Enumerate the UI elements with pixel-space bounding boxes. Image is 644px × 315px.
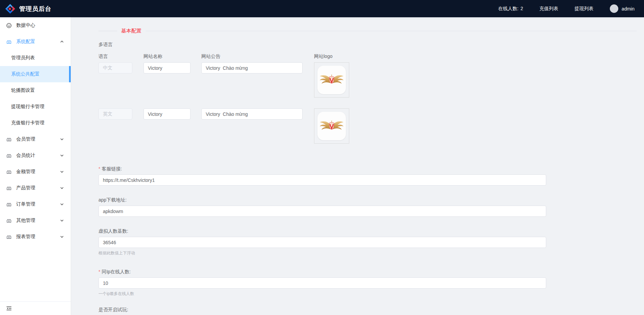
section-title: 基本配置 [121,28,141,34]
chevron-down-icon [60,218,64,223]
chevron-down-icon [60,202,64,206]
sidebar-item-label: 其他管理 [16,217,35,224]
sidebar-item-member-mgmt[interactable]: 会员管理 [0,131,71,147]
smiley-dashboard-icon [6,23,12,28]
multilang-group-label: 多语言 [98,42,644,48]
section-divider: 基本配置 [98,28,637,34]
sidebar-menu: 数据中心 系统配置 管理员列表 系统公共配置 轮播图设置 提现银行卡管理 [0,17,71,301]
language-input-zh [98,62,132,74]
sidebar-item-label: 金额管理 [16,169,35,175]
sidebar-item-system-config[interactable]: 系统配置 [0,34,71,50]
subitem-label: 充值银行卡管理 [11,120,44,126]
subitem-label: 轮播图设置 [11,87,35,93]
app-download-input[interactable] [98,206,546,217]
sidebar-subitem-carousel[interactable]: 轮播图设置 [0,82,71,99]
trial-play-section: 是否开启试玩: 开启 关闭 [98,307,644,315]
brand: 管理员后台 [5,4,51,14]
sidebar-item-label: 报表管理 [16,234,35,240]
subitem-label: 管理员列表 [11,55,35,61]
top-header: 管理员后台 在线人数: 2 充值列表 提现列表 admin [0,0,644,17]
same-ip-input[interactable] [98,277,546,289]
service-link-input[interactable] [98,174,546,186]
chevron-down-icon [60,170,64,174]
language-input-en [98,108,132,120]
field-label: 虚拟人数基数: [98,228,128,234]
user-menu[interactable]: admin [610,4,635,13]
subitem-label: 提现银行卡管理 [11,104,44,110]
field-service-link: *客服链接: [98,166,644,186]
sidebar: 数据中心 系统配置 管理员列表 系统公共配置 轮播图设置 提现银行卡管理 [0,17,71,315]
sidebar-subitem-admin-list[interactable]: 管理员列表 [0,50,71,66]
site-logo-upload-zh[interactable]: victory [314,62,349,98]
chevron-up-icon [60,40,64,44]
sidebar-item-label: 会员统计 [16,152,35,159]
sidebar-subitem-recharge-bank[interactable]: 充值银行卡管理 [0,115,71,131]
field-app-download: app下载地址: [98,197,644,217]
crown-icon [6,136,12,142]
app-title: 管理员后台 [19,5,51,13]
sidebar-item-member-stats[interactable]: 会员统计 [0,147,71,164]
crown-icon [6,202,12,207]
field-label: 同Ip在线人数: [102,269,131,274]
field-virtual-users: 虚拟人数基数: 根据此数值上下浮动 [98,228,644,256]
site-logo-upload-en[interactable]: victory [314,108,349,144]
multilang-row-en: victory [98,108,644,144]
sidebar-subitem-public-config[interactable]: 系统公共配置 [0,66,71,82]
required-asterisk: * [98,166,100,171]
field-hint: 根据此数值上下浮动 [98,250,644,256]
sidebar-subitem-withdraw-bank[interactable]: 提现银行卡管理 [0,99,71,115]
sidebar-item-order-mgmt[interactable]: 订单管理 [0,196,71,212]
app-logo-icon [5,4,15,14]
sidebar-item-data-center[interactable]: 数据中心 [0,17,71,34]
crown-icon [6,153,12,159]
col-label-site-notice: 网站公告 [201,54,314,60]
site-name-input-en[interactable] [143,108,191,120]
col-label-site-logo: 网站logo [314,54,332,60]
field-label: 客服链接: [102,166,122,171]
site-name-input-zh[interactable] [143,62,191,74]
sidebar-item-amount-mgmt[interactable]: 金额管理 [0,164,71,180]
victory-logo-image: victory [317,112,346,140]
crown-icon [6,218,12,224]
withdraw-list-link[interactable]: 提现列表 [575,6,594,12]
sidebar-item-label: 订单管理 [16,201,35,207]
subitem-label: 系统公共配置 [11,71,40,77]
crown-icon [6,169,12,175]
sidebar-item-label: 数据中心 [16,22,35,28]
victory-logo-image: victory [317,66,346,94]
crown-icon [6,39,12,45]
required-asterisk: * [98,269,100,274]
virtual-users-input[interactable] [98,237,546,248]
avatar [610,4,618,13]
online-count: 在线人数: 2 [498,6,523,12]
trial-label: 是否开启试玩: [98,307,644,313]
site-notice-input-en[interactable] [201,108,303,120]
multilang-column-headers: 语言 网站名称 网站公告 网站logo [98,54,644,60]
main-content: 基本配置 多语言 语言 网站名称 网站公告 网站logo [71,17,644,315]
crown-icon [6,185,12,191]
site-notice-input-zh[interactable] [201,62,303,74]
sidebar-item-label: 会员管理 [16,136,35,142]
field-label: app下载地址: [98,197,127,203]
username: admin [622,6,635,12]
sidebar-item-label: 系统配置 [16,39,35,45]
col-label-language: 语言 [98,54,143,60]
sidebar-item-other-mgmt[interactable]: 其他管理 [0,212,71,229]
crown-icon [6,234,12,240]
sidebar-item-label: 产品管理 [16,185,35,191]
field-hint: 一个ip最多在线人数 [98,291,644,297]
chevron-down-icon [60,137,64,141]
chevron-down-icon [60,235,64,239]
chevron-down-icon [60,153,64,158]
sidebar-item-report-mgmt[interactable]: 报表管理 [0,229,71,245]
multilang-row-zh: victory [98,62,644,98]
sidebar-footer [0,301,71,315]
col-label-site-name: 网站名称 [143,54,201,60]
chevron-down-icon [60,186,64,190]
sidebar-item-product-mgmt[interactable]: 产品管理 [0,180,71,196]
field-same-ip: *同Ip在线人数: 一个ip最多在线人数 [98,269,644,297]
collapse-sidebar-icon[interactable] [6,306,12,311]
recharge-list-link[interactable]: 充值列表 [539,6,558,12]
